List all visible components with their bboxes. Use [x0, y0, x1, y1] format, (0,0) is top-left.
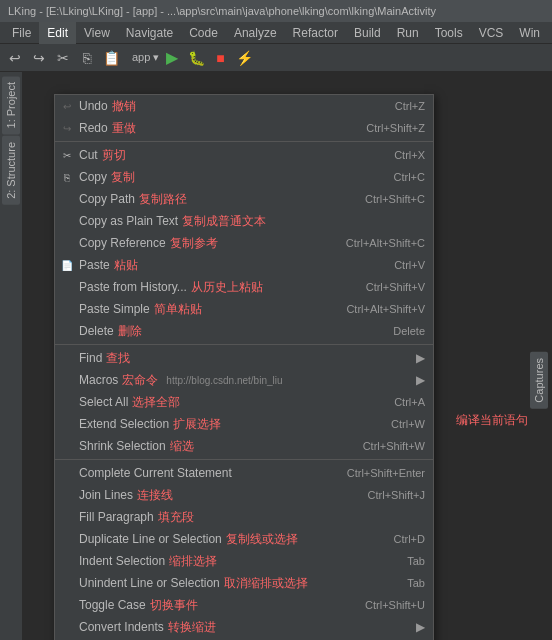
menu-item-join-lines[interactable]: Join Lines 连接线 Ctrl+Shift+J — [55, 484, 433, 506]
menu-item-copy[interactable]: ⎘ Copy 复制 Ctrl+C — [55, 166, 433, 188]
separator-3 — [55, 459, 433, 460]
toolbar-debug[interactable]: 🐛 — [185, 47, 207, 69]
menu-item-paste-history[interactable]: Paste from History... 从历史上粘贴 Ctrl+Shift+… — [55, 276, 433, 298]
toolbar-stop[interactable]: ■ — [209, 47, 231, 69]
captures-tab[interactable]: Captures — [530, 352, 548, 409]
copy-icon: ⎘ — [59, 169, 75, 185]
menu-item-undo[interactable]: ↩ Undo 撤销 Ctrl+Z — [55, 95, 433, 117]
menu-item-copy-path[interactable]: Copy Path 复制路径 Ctrl+Shift+C — [55, 188, 433, 210]
toolbar-cut[interactable]: ✂ — [52, 47, 74, 69]
main-area: 1: Project 2: Structure ↩ Undo 撤销 Ctrl+Z… — [0, 72, 552, 640]
separator-1 — [55, 141, 433, 142]
toolbar-paste[interactable]: 📋 — [100, 47, 122, 69]
menu-bar: File Edit View Navigate Code Analyze Ref… — [0, 22, 552, 44]
toolbar: ↩ ↪ ✂ ⎘ 📋 app ▾ ▶ 🐛 ■ ⚡ — [0, 44, 552, 72]
convert-indents-arrow: ▶ — [416, 620, 425, 634]
cut-icon: ✂ — [59, 147, 75, 163]
menu-item-macros[interactable]: Macros 宏命令 http://blog.csdn.net/bin_liu … — [55, 369, 433, 391]
menu-item-shrink-selection[interactable]: Shrink Selection 缩选 Ctrl+Shift+W — [55, 435, 433, 457]
menu-item-toggle-case[interactable]: Toggle Case 切换事件 Ctrl+Shift+U — [55, 594, 433, 616]
menu-edit[interactable]: Edit — [39, 22, 76, 44]
toolbar-app-label: app ▾ — [132, 51, 159, 64]
project-tab[interactable]: 1: Project — [2, 76, 20, 134]
menu-item-select-all[interactable]: Select All 选择全部 Ctrl+A — [55, 391, 433, 413]
menu-view[interactable]: View — [76, 22, 118, 44]
menu-item-complete-statement[interactable]: Complete Current Statement Ctrl+Shift+En… — [55, 462, 433, 484]
menu-item-redo[interactable]: ↪ Redo 重做 Ctrl+Shift+Z — [55, 117, 433, 139]
edit-dropdown-menu: ↩ Undo 撤销 Ctrl+Z ↪ Redo 重做 Ctrl+Shift+Z — [54, 94, 434, 640]
content-area: ↩ Undo 撤销 Ctrl+Z ↪ Redo 重做 Ctrl+Shift+Z — [22, 72, 552, 640]
menu-build[interactable]: Build — [346, 22, 389, 44]
complete-statement-annotation: 编译当前语句 — [456, 412, 528, 429]
title-bar: LKing - [E:\Lking\LKing] - [app] - ...\a… — [0, 0, 552, 22]
menu-item-unindent[interactable]: Unindent Line or Selection 取消缩排或选择 Tab — [55, 572, 433, 594]
structure-tab[interactable]: 2: Structure — [2, 136, 20, 205]
menu-item-convert-indents[interactable]: Convert Indents 转换缩进 ▶ — [55, 616, 433, 638]
menu-item-fill-paragraph[interactable]: Fill Paragraph 填充段 — [55, 506, 433, 528]
menu-tools[interactable]: Tools — [427, 22, 471, 44]
menu-win[interactable]: Win — [511, 22, 548, 44]
menu-item-duplicate[interactable]: Duplicate Line or Selection 复制线或选择 Ctrl+… — [55, 528, 433, 550]
menu-item-copy-plain[interactable]: Copy as Plain Text 复制成普通文本 — [55, 210, 433, 232]
toolbar-sync[interactable]: ⚡ — [233, 47, 255, 69]
menu-run[interactable]: Run — [389, 22, 427, 44]
menu-code[interactable]: Code — [181, 22, 226, 44]
toolbar-redo[interactable]: ↪ — [28, 47, 50, 69]
menu-item-indent[interactable]: Indent Selection 缩排选择 Tab — [55, 550, 433, 572]
menu-item-delete[interactable]: Delete 删除 Delete — [55, 320, 433, 342]
menu-item-cut[interactable]: ✂ Cut 剪切 Ctrl+X — [55, 144, 433, 166]
macros-arrow: ▶ — [416, 373, 425, 387]
undo-icon: ↩ — [59, 98, 75, 114]
menu-file[interactable]: File — [4, 22, 39, 44]
title-text: LKing - [E:\Lking\LKing] - [app] - ...\a… — [8, 5, 436, 17]
toolbar-undo[interactable]: ↩ — [4, 47, 26, 69]
menu-refactor[interactable]: Refactor — [285, 22, 346, 44]
menu-item-paste[interactable]: 📄 Paste 粘贴 Ctrl+V — [55, 254, 433, 276]
menu-analyze[interactable]: Analyze — [226, 22, 285, 44]
paste-icon: 📄 — [59, 257, 75, 273]
find-arrow: ▶ — [416, 351, 425, 365]
captures-tab-container: Captures — [530, 352, 552, 409]
redo-icon: ↪ — [59, 120, 75, 136]
blog-watermark: http://blog.csdn.net/bin_liu — [166, 375, 282, 386]
menu-item-extend-selection[interactable]: Extend Selection 扩展选择 Ctrl+W — [55, 413, 433, 435]
menu-item-paste-simple[interactable]: Paste Simple 简单粘贴 Ctrl+Alt+Shift+V — [55, 298, 433, 320]
menu-item-copy-ref[interactable]: Copy Reference 复制参考 Ctrl+Alt+Shift+C — [55, 232, 433, 254]
toolbar-copy[interactable]: ⎘ — [76, 47, 98, 69]
separator-2 — [55, 344, 433, 345]
menu-vcs[interactable]: VCS — [471, 22, 512, 44]
toolbar-run[interactable]: ▶ — [161, 47, 183, 69]
menu-navigate[interactable]: Navigate — [118, 22, 181, 44]
left-side-tabs: 1: Project 2: Structure — [0, 72, 22, 640]
menu-item-find[interactable]: Find 查找 ▶ — [55, 347, 433, 369]
